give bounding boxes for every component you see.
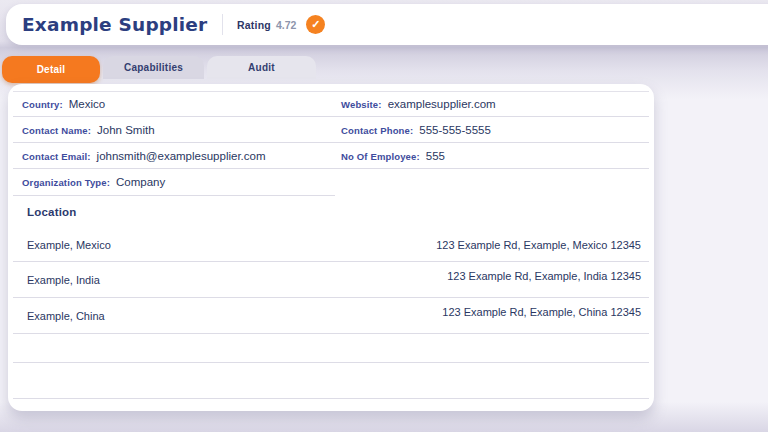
tab-detail[interactable]: Detail — [2, 56, 100, 83]
field-label: Contact Phone: — [341, 125, 413, 136]
location-address: 123 Example Rd, Example, China 12345 — [442, 306, 641, 318]
tab-detail-label: Detail — [37, 64, 66, 75]
rating-label: Rating — [237, 19, 271, 31]
location-name: Example, Mexico — [27, 239, 111, 251]
field-value: 555 — [426, 150, 445, 162]
field-organization-type: Organization Type: Company — [13, 176, 165, 188]
tab-capabilities-label: Capabilities — [124, 62, 183, 73]
tab-bar: Detail Capabilities Audit — [2, 56, 316, 83]
field-label: Organization Type: — [22, 177, 110, 188]
rating-value: 4.72 — [276, 19, 296, 31]
field-row: Organization Type: Company — [13, 169, 335, 196]
field-value: Mexico — [69, 98, 105, 110]
field-label: No Of Employee: — [341, 151, 420, 162]
verified-check-icon: ✓ — [306, 15, 325, 34]
field-row: Contact Name: John Smith Contact Phone: … — [13, 117, 649, 143]
field-value: Company — [116, 176, 165, 188]
location-row: Example, Mexico 123 Example Rd, Example,… — [13, 228, 649, 262]
location-heading: Location — [13, 196, 649, 228]
location-address: 123 Example Rd, Example, Mexico 12345 — [436, 239, 641, 251]
detail-panel: Country: Mexico Website: examplesupplier… — [8, 84, 654, 411]
location-address: 123 Example Rd, Example, India 12345 — [447, 270, 641, 282]
field-value: John Smith — [97, 124, 155, 136]
field-value: examplesupplier.com — [388, 98, 496, 110]
field-contact-name: Contact Name: John Smith — [13, 124, 327, 136]
tab-audit[interactable]: Audit — [207, 56, 316, 79]
tab-audit-label: Audit — [248, 62, 275, 73]
location-name: Example, China — [27, 310, 105, 322]
field-label: Country: — [22, 99, 63, 110]
field-label: Contact Email: — [22, 151, 91, 162]
field-contact-email: Contact Email: johnsmith@examplesupplier… — [13, 150, 327, 162]
field-label: Website: — [341, 99, 382, 110]
field-value: 555-555-5555 — [419, 124, 491, 136]
field-value: johnsmith@examplesupplier.com — [97, 150, 266, 162]
field-contact-phone: Contact Phone: 555-555-5555 — [327, 124, 649, 136]
page-title: Example Supplier — [22, 14, 222, 35]
field-row: Contact Email: johnsmith@examplesupplier… — [13, 143, 649, 169]
empty-row — [13, 363, 649, 399]
header-divider — [222, 14, 223, 35]
location-row: Example, India 123 Example Rd, Example, … — [13, 262, 649, 298]
supplier-header: Example Supplier Rating 4.72 ✓ — [6, 4, 768, 45]
location-row: Example, China 123 Example Rd, Example, … — [13, 298, 649, 334]
field-website: Website: examplesupplier.com — [327, 98, 649, 110]
field-row: Country: Mexico Website: examplesupplier… — [13, 91, 649, 117]
field-country: Country: Mexico — [13, 98, 327, 110]
empty-row — [13, 334, 649, 363]
detail-rows: Country: Mexico Website: examplesupplier… — [13, 91, 649, 399]
location-name: Example, India — [27, 274, 100, 286]
rating: Rating 4.72 ✓ — [237, 15, 325, 34]
field-no-of-employee: No Of Employee: 555 — [327, 150, 649, 162]
tab-capabilities[interactable]: Capabilities — [103, 56, 204, 79]
field-label: Contact Name: — [22, 125, 91, 136]
